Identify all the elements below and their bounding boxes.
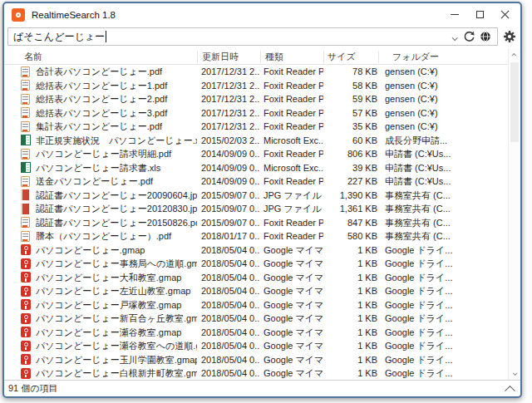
search-history-dropdown-button[interactable] bbox=[452, 29, 456, 44]
file-name: 総括表パソコンどーじょー2.pdf bbox=[34, 92, 197, 106]
file-row[interactable]: 認証書パソコンどーじょー20090604.jpg 2015/09/07 0...… bbox=[4, 189, 508, 203]
file-row[interactable]: パソコンどーじょー大和教室.gmap 2018/05/04 0... Googl… bbox=[4, 271, 508, 285]
file-type: Google マイマ... bbox=[260, 353, 323, 366]
search-toolbar: ぱそこんどーじょー bbox=[4, 26, 520, 49]
file-size: 1,361 KB bbox=[323, 202, 378, 215]
file-row[interactable]: 認証書パソコンどーじょー20120830.jpg 2015/09/07 0...… bbox=[4, 202, 508, 216]
file-folder: Google ドライ... bbox=[378, 326, 508, 339]
file-modified: 2018/05/04 0... bbox=[197, 284, 260, 297]
file-row[interactable]: パソコンどーじょー請求明細.pdf 2014/09/09 0... Foxit … bbox=[4, 147, 508, 161]
gmap-file-icon bbox=[21, 327, 31, 337]
file-type: Foxit Reader P... bbox=[260, 106, 323, 120]
file-row[interactable]: パソコンどーじょー左近山教室.gmap 2018/05/04 0... Goog… bbox=[4, 284, 508, 298]
file-modified: 2018/05/04 0... bbox=[197, 243, 260, 257]
file-size: 1 KB bbox=[323, 298, 378, 312]
file-row[interactable]: パソコンどーじょー玉川学園教室.gmap 2018/05/04 0... Goo… bbox=[4, 353, 508, 367]
scroll-up-button[interactable] bbox=[509, 49, 520, 61]
column-headers: 名前 更新日時 種類 サイズ フォルダー bbox=[4, 49, 508, 65]
file-name: 認証書パソコンどーじょー20150826.pdf bbox=[34, 216, 197, 229]
file-row[interactable]: パソコンどーじょー事務局への道順.gmap 2018/05/04 0... Go… bbox=[4, 257, 508, 271]
file-row[interactable]: 合計表パソコンどーじょー.pdf 2017/12/31 2... Foxit R… bbox=[4, 65, 508, 79]
file-modified: 2017/12/31 2... bbox=[197, 120, 260, 133]
column-header-type[interactable]: 種類 bbox=[260, 51, 323, 63]
column-header-folder[interactable]: フォルダー bbox=[378, 51, 508, 63]
file-row[interactable]: 非正規実施状況 パソコンどーじょー.xls 2015/02/03 2... Mi… bbox=[4, 134, 508, 148]
file-modified: 2017/12/31 2... bbox=[197, 79, 260, 92]
file-type: Google マイマ... bbox=[260, 339, 323, 352]
file-folder: Google ドライ... bbox=[378, 284, 508, 297]
file-folder: Google ドライ... bbox=[378, 257, 508, 270]
file-modified: 2015/09/07 0... bbox=[197, 216, 260, 229]
scrollbar-thumb[interactable] bbox=[510, 62, 519, 142]
file-folder: Google ドライ... bbox=[378, 366, 508, 380]
file-size: 1 KB bbox=[323, 257, 378, 270]
maximize-button[interactable] bbox=[467, 3, 492, 26]
file-row[interactable]: 認証書パソコンどーじょー20150826.pdf 2015/09/07 0...… bbox=[4, 216, 508, 230]
file-row[interactable]: パソコンどーじょー戸塚教室.gmap 2018/05/04 0... Googl… bbox=[4, 298, 508, 312]
search-combobox[interactable]: ぱそこんどーじょー bbox=[7, 27, 498, 46]
column-header-modified[interactable]: 更新日時 bbox=[197, 51, 260, 63]
file-name: 合計表パソコンどーじょー.pdf bbox=[34, 65, 197, 78]
file-row[interactable]: 総括表パソコンどーじょー2.pdf 2017/12/31 2... Foxit … bbox=[4, 92, 508, 106]
file-folder: Google ドライ... bbox=[378, 339, 508, 352]
file-modified: 2018/05/04 0... bbox=[197, 271, 260, 284]
file-type: Foxit Reader P... bbox=[260, 65, 323, 78]
file-size: 1,390 KB bbox=[323, 189, 378, 202]
expand-panel-button[interactable] bbox=[505, 386, 515, 396]
file-folder: Google ドライ... bbox=[378, 312, 508, 325]
minimize-button[interactable] bbox=[442, 3, 467, 26]
file-row[interactable]: パソコンどーじょー.gmap 2018/05/04 0... Google マイ… bbox=[4, 243, 508, 258]
globe-icon bbox=[480, 31, 491, 42]
close-button[interactable] bbox=[492, 3, 517, 26]
file-folder: Google ドライ... bbox=[378, 353, 508, 366]
refresh-button[interactable] bbox=[461, 28, 477, 45]
file-row[interactable]: 送金パソコンどーじょー.pdf 2014/09/09 0... Foxit Re… bbox=[4, 174, 508, 189]
file-row[interactable]: パソコンどーじょー新百合ヶ丘教室.gmap 2018/05/04 0... Go… bbox=[4, 312, 508, 326]
chevron-up-icon bbox=[511, 53, 516, 58]
foxit-pdf-file-icon bbox=[21, 217, 30, 228]
file-modified: 2018/05/04 0... bbox=[197, 366, 260, 380]
file-modified: 2017/12/31 2... bbox=[197, 92, 260, 106]
jpg-file-icon bbox=[21, 189, 29, 200]
file-type: Google マイマ... bbox=[260, 257, 323, 270]
file-folder: 申請書 (C:¥Us... bbox=[378, 147, 508, 160]
gmap-file-icon bbox=[21, 258, 31, 269]
search-input[interactable]: ぱそこんどーじょー bbox=[13, 30, 105, 44]
column-header-size[interactable]: サイズ bbox=[323, 51, 378, 63]
file-name: 認証書パソコンどーじょー20120830.jpg bbox=[34, 202, 197, 215]
file-modified: 2015/09/07 0... bbox=[197, 202, 260, 215]
file-type: Microsoft Exc... bbox=[260, 161, 323, 174]
file-row[interactable]: パソコンどーじょー瀬谷教室.gmap 2018/05/04 0... Googl… bbox=[4, 326, 508, 340]
file-row[interactable]: 謄本（パソコンどーじょー）.pdf 2018/01/17 0... Foxit … bbox=[4, 229, 508, 243]
file-name: 認証書パソコンどーじょー20090604.jpg bbox=[34, 189, 197, 202]
file-folder: 事務室共有 (C... bbox=[378, 216, 508, 229]
file-size: 35 KB bbox=[323, 120, 378, 133]
scrollbar-track[interactable] bbox=[509, 61, 520, 368]
file-row[interactable]: 集計表パソコンどーじょー.pdf 2017/12/31 2... Foxit R… bbox=[4, 120, 508, 134]
column-header-name[interactable]: 名前 bbox=[21, 51, 197, 63]
gmap-file-icon bbox=[21, 341, 31, 351]
settings-button[interactable] bbox=[501, 28, 518, 45]
file-folder: 成長分野申請... bbox=[378, 134, 508, 147]
scroll-down-button[interactable] bbox=[509, 368, 520, 380]
chevron-down-icon bbox=[513, 371, 518, 376]
file-name: パソコンどーじょー瀬谷教室への道順.gmap bbox=[34, 339, 197, 352]
file-type: Foxit Reader P... bbox=[260, 79, 323, 92]
file-type: Foxit Reader P... bbox=[260, 174, 323, 188]
file-modified: 2018/01/17 0... bbox=[197, 229, 260, 243]
file-modified: 2018/05/04 0... bbox=[197, 312, 260, 325]
file-type: JPG ファイル bbox=[260, 189, 323, 202]
gmap-file-icon bbox=[21, 299, 31, 310]
close-icon bbox=[500, 10, 510, 19]
file-row[interactable]: パソコンどーじょー白根新井町教室.gmap 2018/05/04 0... Go… bbox=[4, 366, 508, 380]
file-row[interactable]: パソコンどーじょー請求書.xls 2014/09/09 0... Microso… bbox=[4, 161, 508, 175]
file-row[interactable]: 総括表パソコンどーじょー3.pdf 2017/12/31 2... Foxit … bbox=[4, 106, 508, 120]
web-search-button[interactable] bbox=[477, 28, 494, 45]
file-modified: 2017/12/31 2... bbox=[197, 65, 260, 78]
file-type: Foxit Reader P... bbox=[260, 92, 323, 106]
file-row[interactable]: 総括表パソコンどーじょー1.pdf 2017/12/31 2... Foxit … bbox=[4, 79, 508, 93]
file-name: パソコンどーじょー玉川学園教室.gmap bbox=[34, 353, 197, 366]
file-row[interactable]: パソコンどーじょー瀬谷教室への道順.gmap 2018/05/04 0... G… bbox=[4, 339, 508, 353]
foxit-pdf-file-icon bbox=[21, 66, 30, 77]
jpg-file-icon bbox=[21, 204, 29, 214]
